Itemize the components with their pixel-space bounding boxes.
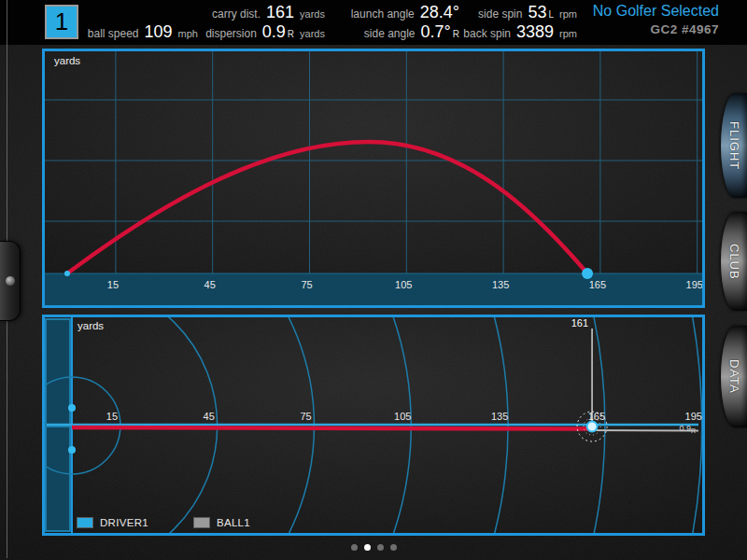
range-arc-label: 105 <box>394 411 411 422</box>
carry-annotation: 161 <box>571 317 588 329</box>
overhead-dispersion-chart: 1545751051351651951610.9R yards DRIVER1 … <box>42 315 705 536</box>
landing-marker <box>582 268 593 279</box>
stat-unit: mph <box>178 28 198 39</box>
tab-flight[interactable]: FLIGHT <box>721 93 747 198</box>
stat-label: launch angle <box>351 7 415 21</box>
x-tick-label: 15 <box>107 279 119 290</box>
x-tick-label: 105 <box>395 279 412 290</box>
driver-color-swatch <box>77 517 93 528</box>
tab-flight-label: FLIGHT <box>727 121 741 170</box>
legend: DRIVER1 BALL1 <box>77 517 250 528</box>
flight-side-view-chart: 154575105135165195 yards <box>42 49 705 308</box>
stat-side-suffix: R <box>453 29 459 39</box>
shot-path-line <box>72 427 592 429</box>
drawer-handle[interactable] <box>0 241 21 321</box>
range-arc-label: 165 <box>588 411 605 422</box>
device-id: GC2 #4967 <box>650 22 719 36</box>
stat-unit: rpm <box>559 28 577 39</box>
range-arc-label: 15 <box>106 411 118 422</box>
stat-label: side spin <box>478 7 522 21</box>
range-arc-label: 135 <box>491 411 508 422</box>
stat-label: carry dist. <box>212 7 261 21</box>
stat-value: 53 <box>528 3 546 22</box>
stat-label: back spin <box>463 27 511 40</box>
tab-data[interactable]: DATA <box>721 326 747 427</box>
dispersion-handle-bottom <box>68 446 76 454</box>
stat-value: 28.4° <box>420 3 459 22</box>
tab-data-label: DATA <box>727 359 741 394</box>
landing-marker <box>587 422 598 432</box>
stat-label: dispersion <box>205 27 257 40</box>
shot-number-box[interactable]: 1 <box>45 5 78 39</box>
trajectory-line <box>67 142 587 273</box>
ball-color-swatch <box>193 517 210 528</box>
stat-label: ball speed <box>88 27 139 40</box>
gc2-app-window: 1 ball speed 109 mph carry dist. 161 yar… <box>0 0 747 560</box>
x-tick-label: 195 <box>686 279 702 290</box>
tee-box-top <box>46 319 70 425</box>
x-tick-label: 45 <box>204 279 216 290</box>
page-dot[interactable] <box>351 544 358 551</box>
legend-item-ball: BALL1 <box>193 517 250 528</box>
range-arc-label: 45 <box>204 411 215 422</box>
page-dot[interactable] <box>377 544 384 551</box>
dispersion-handle-top <box>68 404 76 412</box>
range-arc-label: 75 <box>300 411 311 422</box>
stat-label: side angle <box>364 27 416 40</box>
page-dot[interactable] <box>364 544 371 551</box>
stat-value: 0.7° <box>421 22 451 42</box>
x-tick-label: 75 <box>301 279 312 290</box>
golfer-name[interactable]: No Golfer Selected <box>593 3 719 20</box>
launch-marker <box>64 271 70 276</box>
drawer-knob-icon <box>6 276 15 286</box>
stat-side-suffix: R <box>288 29 294 39</box>
stat-unit: yards <box>300 8 325 20</box>
stat-unit: rpm <box>559 8 577 20</box>
page-dot[interactable] <box>390 544 397 551</box>
legend-label: DRIVER1 <box>100 517 148 528</box>
stat-value: 3389 <box>516 22 554 42</box>
y-axis-unit-label: yards <box>78 320 104 331</box>
page-indicator <box>0 544 747 551</box>
tab-club[interactable]: CLUB <box>721 212 747 311</box>
range-arc-label: 195 <box>685 411 702 422</box>
stat-value: 109 <box>145 22 173 42</box>
stat-value: 0.9 <box>262 22 286 42</box>
stat-side-suffix: L <box>548 9 554 20</box>
stat-value: 161 <box>266 3 294 22</box>
y-axis-unit-label: yards <box>54 55 80 66</box>
tee-box-bottom <box>46 427 70 531</box>
legend-label: BALL1 <box>217 517 250 528</box>
x-tick-label: 165 <box>589 279 606 290</box>
stats-topbar: 1 ball speed 109 mph carry dist. 161 yar… <box>0 0 747 45</box>
legend-item-driver: DRIVER1 <box>77 517 148 528</box>
tab-club-label: CLUB <box>727 244 741 280</box>
stat-unit: yards <box>300 28 325 39</box>
x-tick-label: 135 <box>492 279 509 290</box>
